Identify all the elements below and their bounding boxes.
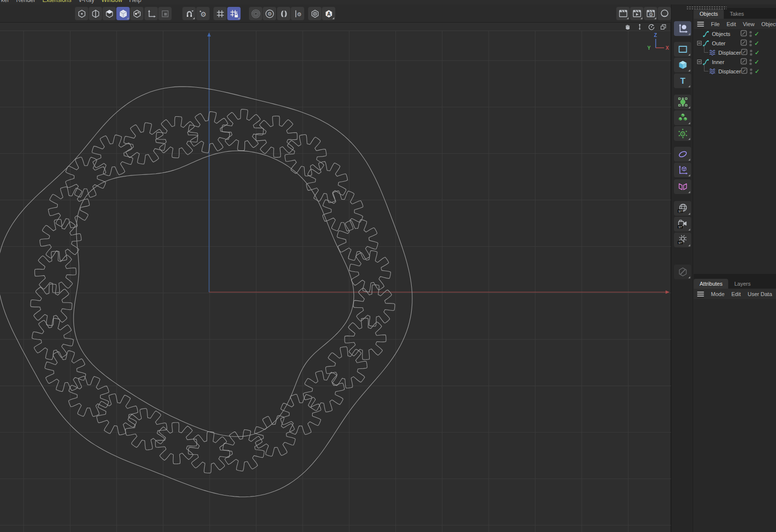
menu-item-help[interactable]: Help — [129, 0, 141, 3]
render-settings-icon[interactable]: ⚙ — [644, 7, 657, 20]
mode-axis-icon[interactable] — [130, 7, 143, 20]
render-view-icon[interactable] — [616, 7, 630, 20]
layer-chip-icon[interactable] — [741, 39, 747, 47]
layer-chip-icon[interactable] — [741, 58, 747, 66]
mode-polygons-icon[interactable] — [103, 7, 116, 20]
svg-text:⚙: ⚙ — [267, 11, 272, 17]
simulation-object-icon[interactable]: ⚙ — [674, 126, 691, 141]
material-pencil-icon[interactable] — [674, 265, 691, 279]
interactive-render-region-icon[interactable] — [658, 7, 671, 20]
rotate-view-icon[interactable] — [647, 23, 656, 31]
visibility-dots[interactable] — [749, 31, 752, 37]
enabled-check-icon[interactable]: ✓ — [755, 68, 760, 74]
tree-row-displacer[interactable]: Displacer✓ — [694, 48, 776, 57]
object-manager-menu-object[interactable]: Object — [761, 21, 776, 27]
attribute-manager-hamburger-icon[interactable] — [697, 292, 704, 297]
toolbar-group: ⚙ — [277, 7, 304, 20]
axis-cube-object-icon[interactable] — [674, 163, 691, 177]
workplane-icon[interactable] — [158, 7, 172, 20]
object-label[interactable]: Objects — [712, 31, 730, 37]
svg-text:Y: Y — [647, 45, 651, 51]
layer-chip-icon[interactable] — [741, 30, 747, 37]
object-manager-tab-objects[interactable]: Objects — [694, 9, 724, 19]
move-tool-icon[interactable] — [674, 21, 691, 36]
object-tree: Objects✓Outer✓Displacer✓Inner✓Displacer✓ — [694, 29, 776, 278]
object-manager-tab-takes[interactable]: Takes — [724, 9, 750, 19]
falloff-icon[interactable] — [249, 7, 262, 20]
sky-object-icon[interactable]: ST — [674, 201, 691, 216]
menu-item-window[interactable]: Window — [101, 0, 122, 3]
panel-divider[interactable] — [694, 274, 776, 278]
camera-object-icon[interactable]: ST — [674, 217, 691, 232]
object-label[interactable]: Displacer — [718, 50, 741, 56]
field-object-icon[interactable] — [674, 95, 691, 109]
mode-edges-icon[interactable] — [89, 7, 102, 20]
dock-grip[interactable] — [686, 6, 727, 10]
symmetry-object-icon[interactable] — [674, 179, 691, 194]
svg-text:⚙: ⚙ — [679, 130, 686, 138]
hex-eye-icon[interactable] — [308, 7, 321, 20]
attribute-manager-menu-user-data[interactable]: User Data — [748, 291, 773, 297]
light-object-icon[interactable]: ST — [674, 233, 691, 247]
object-label[interactable]: Outer — [712, 40, 726, 46]
viewport-canvas[interactable]: Z Y X — [0, 31, 671, 532]
svg-text:T: T — [680, 76, 685, 86]
object-manager-menu-edit[interactable]: Edit — [727, 21, 736, 27]
attribute-manager-menu-edit[interactable]: Edit — [732, 291, 741, 297]
attribute-manager-menu-mode[interactable]: Mode — [711, 291, 725, 297]
enabled-check-icon[interactable]: ✓ — [754, 31, 759, 37]
tree-row-objects[interactable]: Objects✓ — [694, 29, 776, 38]
svg-text:⚙: ⚙ — [648, 11, 653, 17]
mode-model-icon[interactable] — [116, 7, 130, 20]
dolly-icon[interactable] — [635, 23, 644, 31]
menu-item-extensions[interactable]: Extensions — [42, 0, 71, 3]
attribute-manager-tab-layers[interactable]: Layers — [728, 279, 756, 289]
toolbar-group: A — [308, 7, 335, 20]
main-toolbar: ⚙⚙⚙A⚙ — [0, 4, 671, 23]
layer-chip-icon[interactable] — [741, 49, 747, 56]
object-manager-menu-view[interactable]: View — [743, 21, 755, 27]
mode-points-icon[interactable] — [75, 7, 88, 20]
visibility-dots[interactable] — [750, 68, 752, 74]
cube-primitive-icon[interactable] — [674, 58, 691, 72]
cloner-object-icon[interactable] — [674, 110, 691, 125]
enabled-check-icon[interactable]: ✓ — [754, 40, 759, 46]
viewport-topbar — [0, 23, 670, 31]
enabled-check-icon[interactable]: ✓ — [754, 59, 759, 65]
expand-collapse-icon[interactable] — [697, 60, 702, 64]
svg-text:Z: Z — [654, 33, 657, 38]
tree-row-displacer[interactable]: Displacer✓ — [694, 66, 776, 76]
layer-chip-icon[interactable] — [741, 67, 747, 75]
maximize-view-icon[interactable] — [659, 23, 668, 31]
render-picture-viewer-icon[interactable] — [630, 7, 643, 20]
object-label[interactable]: Inner — [712, 59, 724, 65]
text-object-icon[interactable]: T — [674, 73, 691, 88]
attribute-manager-tab-attributes[interactable]: Attributes — [694, 279, 728, 289]
visibility-dots[interactable] — [749, 59, 752, 65]
object-label[interactable]: Displacer — [718, 68, 741, 74]
snap-settings-icon[interactable]: ⚙ — [196, 7, 210, 20]
quantize-icon[interactable] — [213, 7, 227, 20]
menu-item-vray[interactable]: V-Ray — [78, 0, 95, 3]
hex-annotate-icon[interactable]: A — [322, 7, 335, 20]
svg-text:ST: ST — [678, 241, 682, 244]
menu-item-render[interactable]: Render — [16, 0, 35, 3]
rectangle-spline-icon[interactable] — [674, 42, 691, 57]
symmetry-settings-icon[interactable]: ⚙ — [291, 7, 304, 20]
enabled-check-icon[interactable]: ✓ — [755, 50, 760, 56]
object-manager-menu-file[interactable]: File — [711, 21, 720, 27]
symmetry-icon[interactable] — [277, 7, 290, 20]
falloff-settings-icon[interactable]: ⚙ — [263, 7, 276, 20]
snap-magnet-icon[interactable] — [182, 7, 196, 20]
visibility-dots[interactable] — [749, 40, 752, 46]
enable-axis-icon[interactable] — [144, 7, 158, 20]
menu-bar-items: kerRenderExtensionsV-RayWindowHelp — [1, 0, 141, 3]
menu-item-ker[interactable]: ker — [1, 0, 9, 3]
quantize-lock-icon[interactable] — [227, 7, 241, 20]
visibility-dots[interactable] — [750, 50, 752, 56]
pan-hand-icon[interactable] — [624, 23, 632, 31]
expand-collapse-icon[interactable] — [697, 41, 702, 45]
viewport[interactable]: Z Y X — [0, 23, 671, 532]
spline-deformer-icon[interactable] — [674, 147, 691, 162]
object-manager-hamburger-icon[interactable] — [697, 22, 704, 27]
